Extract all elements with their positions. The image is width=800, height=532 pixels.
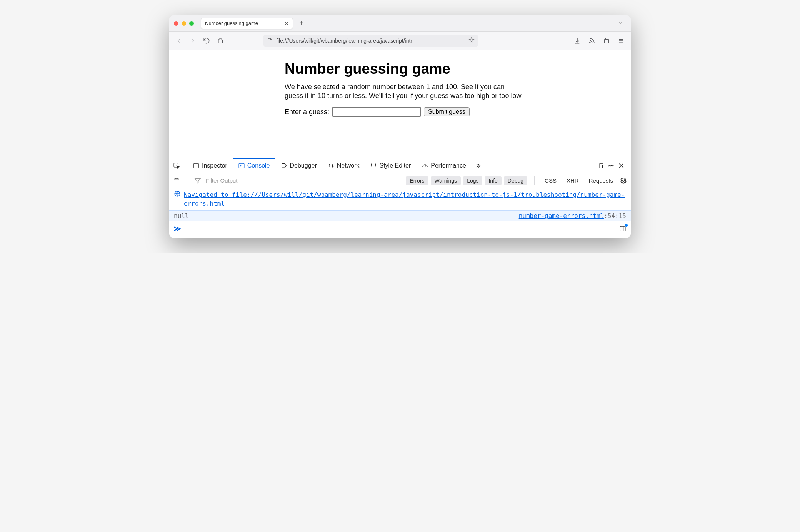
browser-window: Number guessing game ✕ + file:///Users/w… <box>169 15 631 238</box>
zoom-window-button[interactable] <box>189 21 194 26</box>
close-devtools-button[interactable]: ✕ <box>616 161 627 170</box>
window-controls <box>174 21 194 26</box>
globe-icon <box>174 190 181 197</box>
tab-style-editor[interactable]: Style Editor <box>365 158 415 173</box>
tab-performance[interactable]: Performance <box>417 158 471 173</box>
svg-point-17 <box>623 180 625 181</box>
minimize-window-button[interactable] <box>182 21 186 26</box>
toggle-css[interactable]: CSS <box>542 177 560 184</box>
console-filter-bar: Errors Warnings Logs Info Debug CSS XHR … <box>169 173 631 188</box>
svg-rect-8 <box>194 163 198 168</box>
page-icon <box>267 38 273 44</box>
guess-form: Enter a guess: Submit guess <box>285 107 615 117</box>
extensions-button[interactable] <box>602 37 611 45</box>
devtools-tabbar: Inspector Console Debugger Network Style… <box>169 158 631 173</box>
rss-icon[interactable] <box>588 37 596 45</box>
reload-button[interactable] <box>202 37 211 45</box>
tab-console[interactable]: Console <box>233 158 275 173</box>
page-intro: We have selected a random number between… <box>285 83 523 100</box>
log-value: null <box>174 212 189 219</box>
filter-icon <box>194 177 201 184</box>
clear-console-button[interactable] <box>173 177 180 184</box>
chip-info[interactable]: Info <box>485 176 501 185</box>
svg-rect-3 <box>606 38 607 39</box>
console-log-row[interactable]: null number-game-errors.html:54:15 <box>169 211 631 221</box>
svg-rect-2 <box>605 39 609 43</box>
navigation-text: Navigated to file:///Users/will/git/wbam… <box>184 190 626 208</box>
inspect-element-icon[interactable] <box>173 162 180 169</box>
toggle-xhr[interactable]: XHR <box>563 177 582 184</box>
app-menu-button[interactable] <box>617 37 625 45</box>
submit-guess-button[interactable]: Submit guess <box>424 107 470 116</box>
page-heading: Number guessing game <box>285 61 615 77</box>
svg-point-1 <box>590 42 590 43</box>
console-settings-button[interactable] <box>620 177 627 184</box>
back-button[interactable] <box>175 37 183 45</box>
guess-input[interactable] <box>332 107 421 117</box>
svg-marker-16 <box>195 178 200 183</box>
debugger-icon <box>281 162 288 169</box>
guess-label: Enter a guess: <box>285 108 329 116</box>
inspector-icon <box>193 162 200 169</box>
bookmark-star-icon[interactable] <box>468 37 475 44</box>
svg-point-13 <box>608 165 609 166</box>
downloads-button[interactable] <box>573 37 582 45</box>
log-source-location[interactable]: number-game-errors.html:54:15 <box>519 212 626 219</box>
tab-inspector[interactable]: Inspector <box>188 158 232 173</box>
svg-rect-9 <box>239 163 244 168</box>
console-input-row[interactable]: ≫ <box>169 221 631 238</box>
network-icon <box>328 162 335 169</box>
console-prompt-icon: ≫ <box>174 224 181 233</box>
chip-warnings[interactable]: Warnings <box>431 176 461 185</box>
responsive-mode-icon[interactable] <box>599 162 606 169</box>
tab-title: Number guessing game <box>205 20 258 26</box>
chip-debug[interactable]: Debug <box>504 176 527 185</box>
url-toolbar: file:///Users/will/git/wbamberg/learning… <box>169 32 631 50</box>
split-console-toggle[interactable] <box>619 225 626 232</box>
more-tools-button[interactable] <box>475 162 482 169</box>
close-window-button[interactable] <box>174 21 178 26</box>
svg-point-15 <box>612 165 613 166</box>
log-level-chips: Errors Warnings Logs Info Debug <box>406 176 527 185</box>
address-bar[interactable]: file:///Users/will/git/wbamberg/learning… <box>263 35 478 47</box>
svg-rect-19 <box>620 226 625 231</box>
svg-line-10 <box>425 165 426 167</box>
page-content: Number guessing game We have selected a … <box>169 50 631 158</box>
url-text: file:///Users/will/git/wbamberg/learning… <box>276 38 412 44</box>
svg-point-14 <box>610 165 612 166</box>
titlebar: Number guessing game ✕ + <box>169 15 631 32</box>
filter-output-input[interactable] <box>205 177 282 184</box>
console-icon <box>238 162 245 169</box>
console-messages: Navigated to file:///Users/will/git/wbam… <box>169 188 631 238</box>
console-navigation-message[interactable]: Navigated to file:///Users/will/git/wbam… <box>169 188 631 211</box>
devtools-panel: Inspector Console Debugger Network Style… <box>169 158 631 238</box>
tab-debugger[interactable]: Debugger <box>276 158 322 173</box>
kebab-menu-icon[interactable] <box>607 162 614 169</box>
style-editor-icon <box>370 162 377 169</box>
tab-network[interactable]: Network <box>323 158 364 173</box>
browser-tab[interactable]: Number guessing game ✕ <box>201 18 293 29</box>
list-tabs-button[interactable] <box>618 20 624 27</box>
performance-icon <box>422 162 428 169</box>
chip-errors[interactable]: Errors <box>406 176 428 185</box>
new-tab-button[interactable]: + <box>297 19 306 28</box>
close-tab-button[interactable]: ✕ <box>284 20 289 27</box>
toggle-requests[interactable]: Requests <box>586 177 616 184</box>
forward-button[interactable] <box>188 37 197 45</box>
home-button[interactable] <box>216 37 225 45</box>
svg-marker-0 <box>469 37 474 42</box>
chip-logs[interactable]: Logs <box>463 176 482 185</box>
